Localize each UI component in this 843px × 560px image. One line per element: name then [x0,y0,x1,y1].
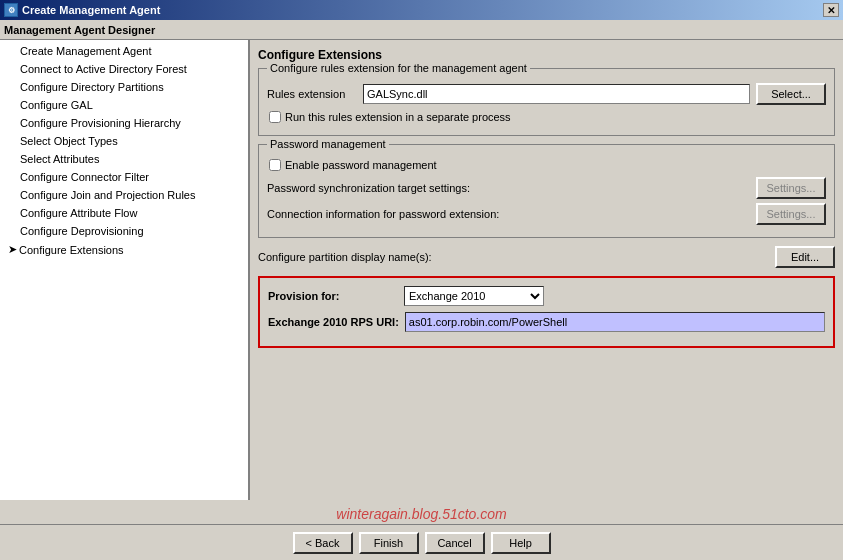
uri-row: Exchange 2010 RPS URI: [268,312,825,332]
uri-label: Exchange 2010 RPS URI: [268,316,399,328]
edit-button[interactable]: Edit... [775,246,835,268]
password-connection-label: Connection information for password exte… [267,208,752,220]
rules-extension-group: Configure rules extension for the manage… [258,68,835,136]
enable-password-row: Enable password management [267,159,826,171]
provision-select[interactable]: Exchange 2010Exchange 2007Exchange 2003N… [404,286,544,306]
partition-row: Configure partition display name(s): Edi… [258,246,835,268]
provision-for-row: Provision for: Exchange 2010Exchange 200… [268,286,825,306]
rules-extension-input[interactable] [363,84,750,104]
rules-extension-group-title: Configure rules extension for the manage… [267,62,530,74]
sidebar-item-configure-extensions[interactable]: ➤ Configure Extensions [0,240,248,259]
sidebar-item-configure-connector-filter[interactable]: Configure Connector Filter [0,168,248,186]
cancel-button[interactable]: Cancel [425,532,485,554]
right-panel-title: Configure Extensions [258,48,835,62]
sidebar-item-configure-attribute-flow[interactable]: Configure Attribute Flow [0,204,248,222]
bottom-bar: < Back Finish Cancel Help [0,524,843,560]
sidebar-item-create-management-agent[interactable]: Create Management Agent [0,42,248,60]
active-arrow-icon: ➤ [8,243,17,256]
sidebar-item-select-object-types[interactable]: Select Object Types [0,132,248,150]
title-bar: ⚙ Create Management Agent ✕ [0,0,843,20]
settings-button-1[interactable]: Settings... [756,177,826,199]
finish-button[interactable]: Finish [359,532,419,554]
settings-button-2[interactable]: Settings... [756,203,826,225]
sidebar-item-select-attributes[interactable]: Select Attributes [0,150,248,168]
enable-password-label: Enable password management [285,159,437,171]
password-group: Password management Enable password mana… [258,144,835,238]
content-area: Create Management Agent Connect to Activ… [0,40,843,500]
uri-input[interactable] [405,312,825,332]
password-sync-row: Password synchronization target settings… [267,177,826,199]
watermark: winteragain.blog.51cto.com [0,500,843,524]
window-title: Create Management Agent [22,4,160,16]
sidebar-item-configure-join-projection[interactable]: Configure Join and Projection Rules [0,186,248,204]
main-container: Management Agent Designer Create Managem… [0,20,843,560]
title-bar-left: ⚙ Create Management Agent [4,3,160,17]
app-icon: ⚙ [4,3,18,17]
password-group-title: Password management [267,138,389,150]
help-button[interactable]: Help [491,532,551,554]
provision-section: Provision for: Exchange 2010Exchange 200… [258,276,835,348]
provision-for-label: Provision for: [268,290,398,302]
rules-extension-row: Rules extension Select... [267,83,826,105]
partition-label: Configure partition display name(s): [258,251,775,263]
sub-header-label: Management Agent Designer [4,24,155,36]
separate-process-row: Run this rules extension in a separate p… [267,111,826,123]
sidebar-item-configure-deprovisioning[interactable]: Configure Deprovisioning [0,222,248,240]
nav-panel: Create Management Agent Connect to Activ… [0,40,250,500]
enable-password-checkbox[interactable] [269,159,281,171]
back-button[interactable]: < Back [293,532,353,554]
sidebar-item-configure-extensions-label: Configure Extensions [19,244,124,256]
select-button[interactable]: Select... [756,83,826,105]
right-panel: Configure Extensions Configure rules ext… [250,40,843,500]
sidebar-item-configure-directory-partitions[interactable]: Configure Directory Partitions [0,78,248,96]
password-connection-row: Connection information for password exte… [267,203,826,225]
close-button[interactable]: ✕ [823,3,839,17]
provision-select-wrapper: Exchange 2010Exchange 2007Exchange 2003N… [404,286,544,306]
sidebar-item-configure-gal[interactable]: Configure GAL [0,96,248,114]
sub-header: Management Agent Designer [0,20,843,40]
separate-process-checkbox[interactable] [269,111,281,123]
password-sync-label: Password synchronization target settings… [267,182,752,194]
rules-extension-label: Rules extension [267,88,357,100]
sidebar-item-configure-provisioning-hierarchy[interactable]: Configure Provisioning Hierarchy [0,114,248,132]
sidebar-item-connect-active-directory[interactable]: Connect to Active Directory Forest [0,60,248,78]
watermark-text: winteragain.blog.51cto.com [336,506,506,522]
separate-process-label: Run this rules extension in a separate p… [285,111,511,123]
